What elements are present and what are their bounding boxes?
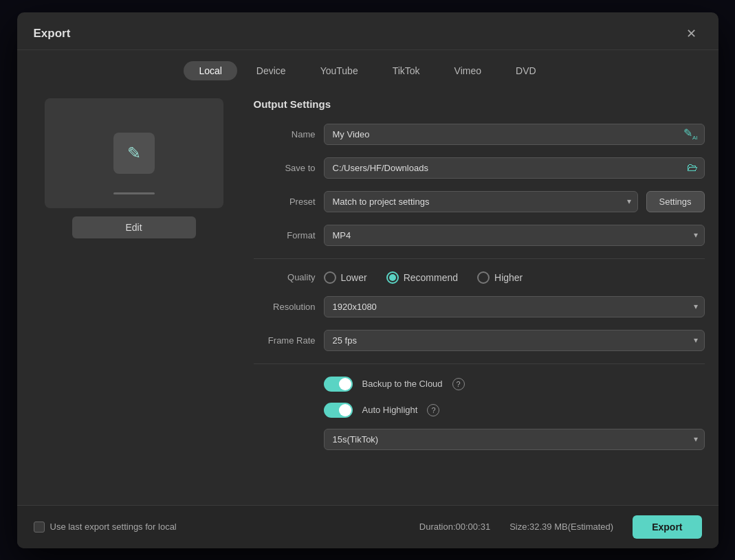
ai-edit-icon[interactable]: ✎AI	[683, 126, 698, 141]
thumbnail-icon: ✎	[113, 133, 155, 174]
highlight-duration-wrap: 15s(TikTok) ▾	[324, 429, 705, 450]
quality-recommend-inner	[389, 274, 396, 281]
dialog-content: ✎ Edit Output Settings Name ✎AI Save to	[17, 87, 718, 505]
backup-toggle-knob	[339, 378, 351, 390]
left-panel: ✎ Edit	[31, 98, 237, 494]
frame-rate-select[interactable]: 25 fps	[324, 330, 705, 351]
right-panel: Output Settings Name ✎AI Save to 🗁 Pre	[254, 98, 705, 494]
quality-lower-label: Lower	[341, 272, 367, 283]
quality-lower-option[interactable]: Lower	[324, 271, 367, 284]
frame-rate-label: Frame Rate	[254, 335, 316, 346]
backup-label: Backup to the Cloud	[362, 379, 443, 389]
tab-vimeo[interactable]: Vimeo	[439, 61, 496, 80]
video-thumbnail: ✎	[45, 98, 223, 208]
format-row: Format MP4 ▾	[254, 225, 705, 246]
folder-icon[interactable]: 🗁	[687, 161, 698, 174]
tab-local[interactable]: Local	[184, 61, 237, 80]
thumbnail-line	[113, 192, 155, 194]
backup-row: Backup to the Cloud ?	[254, 377, 705, 392]
settings-button[interactable]: Settings	[646, 191, 705, 212]
resolution-select[interactable]: 1920x1080	[324, 296, 705, 317]
dialog-title: Export	[34, 27, 71, 41]
highlight-duration-row: 15s(TikTok) ▾	[254, 429, 705, 450]
divider	[254, 258, 705, 259]
size-label: Size:32.39 MB(Estimated)	[509, 522, 613, 532]
auto-highlight-toggle[interactable]	[324, 403, 353, 418]
edit-button[interactable]: Edit	[72, 216, 196, 238]
preset-select-wrap: Match to project settings ▾	[324, 191, 638, 212]
duration-label: Duration:00:00:31	[419, 522, 490, 532]
auto-highlight-row: Auto Highlight ?	[254, 403, 705, 418]
resolution-label: Resolution	[254, 302, 316, 312]
preset-row: Preset Match to project settings ▾ Setti…	[254, 191, 705, 212]
use-last-settings-label: Use last export settings for local	[50, 522, 177, 532]
preset-label: Preset	[254, 197, 316, 207]
highlight-duration-select[interactable]: 15s(TikTok)	[324, 429, 705, 450]
backup-toggle[interactable]	[324, 377, 353, 392]
export-button[interactable]: Export	[633, 515, 701, 539]
save-to-input[interactable]	[324, 157, 705, 179]
tab-bar: Local Device YouTube TikTok Vimeo DVD	[17, 50, 718, 87]
save-to-label: Save to	[254, 163, 316, 173]
frame-rate-select-wrap: 25 fps ▾	[324, 330, 705, 351]
section-title: Output Settings	[254, 98, 705, 110]
auto-highlight-label: Auto Highlight	[362, 405, 418, 415]
frame-rate-row: Frame Rate 25 fps ▾	[254, 330, 705, 351]
dialog-header: Export ✕	[17, 12, 718, 50]
resolution-select-wrap: 1920x1080 ▾	[324, 296, 705, 317]
export-dialog: Export ✕ Local Device YouTube TikTok Vim…	[17, 12, 718, 548]
auto-highlight-help-icon[interactable]: ?	[427, 404, 439, 416]
tab-youtube[interactable]: YouTube	[305, 61, 373, 80]
use-last-settings-checkbox-label[interactable]: Use last export settings for local	[34, 522, 177, 533]
auto-highlight-knob	[339, 404, 351, 416]
tab-dvd[interactable]: DVD	[501, 61, 551, 80]
use-last-settings-checkbox[interactable]	[34, 522, 45, 533]
quality-recommend-radio[interactable]	[386, 271, 399, 284]
quality-radio-group: Lower Recommend Higher	[324, 271, 523, 284]
name-input-wrap: ✎AI	[324, 124, 705, 145]
save-to-row: Save to 🗁	[254, 157, 705, 179]
divider-2	[254, 363, 705, 364]
bottom-right: Duration:00:00:31 Size:32.39 MB(Estimate…	[419, 515, 702, 539]
quality-higher-radio[interactable]	[477, 271, 490, 284]
name-row: Name ✎AI	[254, 124, 705, 145]
tab-tiktok[interactable]: TikTok	[377, 61, 435, 80]
close-button[interactable]: ✕	[681, 25, 702, 43]
quality-recommend-label: Recommend	[404, 272, 458, 283]
quality-higher-label: Higher	[494, 272, 523, 283]
preset-select[interactable]: Match to project settings	[324, 191, 638, 212]
quality-row: Quality Lower Recommend Higher	[254, 271, 705, 284]
format-select-wrap: MP4 ▾	[324, 225, 705, 246]
backup-help-icon[interactable]: ?	[452, 378, 465, 390]
quality-recommend-option[interactable]: Recommend	[386, 271, 458, 284]
format-select[interactable]: MP4	[324, 225, 705, 246]
quality-label: Quality	[254, 272, 316, 282]
name-label: Name	[254, 129, 316, 139]
name-input[interactable]	[324, 124, 705, 145]
resolution-row: Resolution 1920x1080 ▾	[254, 296, 705, 317]
save-to-input-wrap: 🗁	[324, 157, 705, 179]
quality-higher-option[interactable]: Higher	[477, 271, 523, 284]
format-label: Format	[254, 230, 316, 240]
bottom-bar: Use last export settings for local Durat…	[17, 505, 718, 548]
tab-device[interactable]: Device	[241, 61, 301, 80]
quality-lower-radio[interactable]	[324, 271, 336, 284]
